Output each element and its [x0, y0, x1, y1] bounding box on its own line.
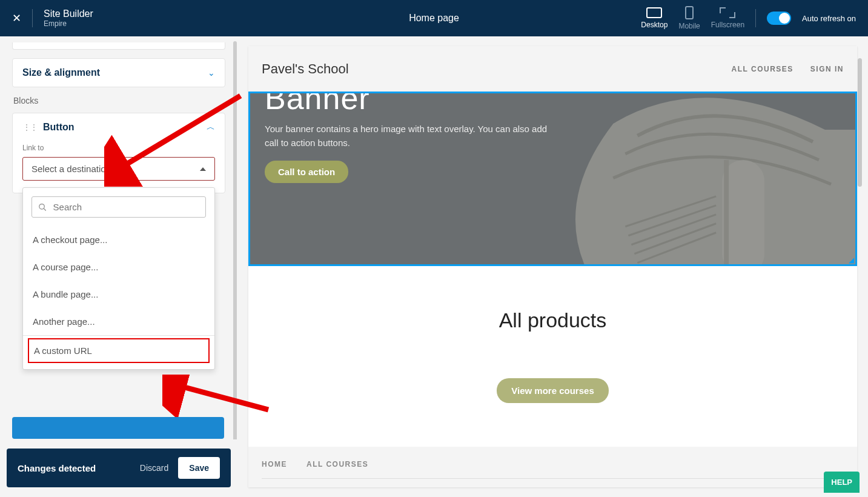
close-icon[interactable]: ✕ [12, 12, 21, 25]
site-footer: HOME ALL COURSES [248, 447, 857, 487]
title-group: Site Builder Empire [44, 8, 93, 28]
chevron-up-icon[interactable]: ︿ [207, 122, 215, 133]
button-block-title: Button [43, 122, 200, 133]
search-input[interactable] [53, 202, 199, 212]
dropdown-option[interactable]: Another page... [23, 308, 214, 335]
resize-handle-icon[interactable]: ◢ [849, 256, 854, 264]
select-placeholder: Select a destination [31, 164, 111, 174]
previous-panel-cutoff [12, 42, 225, 50]
site-header: Pavel's School ALL COURSES SIGN IN [248, 46, 857, 92]
dropdown-option[interactable]: A bundle page... [23, 281, 214, 308]
destination-dropdown: A checkout page... A course page... A bu… [22, 187, 215, 370]
theme-name: Empire [44, 19, 93, 28]
auto-refresh-toggle[interactable] [767, 12, 791, 25]
device-desktop-label: Desktop [641, 21, 668, 29]
caret-up-icon [200, 167, 206, 171]
products-title: All products [260, 309, 845, 332]
blocks-label: Blocks [13, 96, 225, 105]
svg-line-1 [44, 208, 46, 210]
changes-bar: Changes detected Discard Save [7, 449, 231, 487]
hero-description: Your banner contains a hero image with t… [265, 122, 551, 150]
size-alignment-panel[interactable]: Size & alignment ⌄ [12, 58, 225, 87]
site-preview: Pavel's School ALL COURSES SIGN IN [248, 46, 857, 487]
divider [32, 9, 33, 27]
device-mobile-label: Mobile [678, 22, 700, 30]
editor-sidebar: Size & alignment ⌄ Blocks ⋮⋮ Button ︿ Li… [0, 36, 237, 497]
hero-cta-button[interactable]: Call to action [265, 161, 348, 183]
scrollbar[interactable] [233, 41, 237, 453]
divider [755, 9, 756, 27]
device-desktop-button[interactable]: Desktop [641, 7, 668, 29]
size-alignment-title: Size & alignment [22, 67, 100, 78]
device-fullscreen-button[interactable]: Fullscreen [711, 7, 744, 29]
auto-refresh-label: Auto refresh on [802, 14, 856, 23]
app-title: Site Builder [44, 8, 93, 19]
hero-title: Banner [265, 92, 551, 114]
search-input-wrap[interactable] [31, 196, 206, 218]
footer-link-home[interactable]: HOME [262, 460, 287, 469]
view-more-button[interactable]: View more courses [497, 378, 608, 403]
scrollbar[interactable] [858, 58, 862, 187]
page-title[interactable]: Home page [409, 13, 459, 24]
chevron-down-icon: ⌄ [208, 68, 215, 78]
help-button[interactable]: HELP [824, 472, 860, 493]
link-destination-select[interactable]: Select a destination [22, 157, 215, 181]
hero-banner[interactable]: Banner Your banner contains a hero image… [248, 92, 857, 266]
footer-link-all-courses[interactable]: ALL COURSES [306, 460, 368, 469]
site-name[interactable]: Pavel's School [262, 61, 732, 77]
dropdown-option-custom-url[interactable]: A custom URL [28, 338, 210, 363]
changes-text: Changes detected [18, 463, 140, 473]
save-button[interactable]: Save [178, 457, 220, 479]
preview-pane: Pavel's School ALL COURSES SIGN IN [237, 36, 868, 497]
dropdown-option[interactable]: A course page... [23, 253, 214, 281]
svg-point-0 [39, 204, 44, 208]
nav-sign-in[interactable]: SIGN IN [810, 65, 844, 73]
mobile-icon [685, 6, 694, 19]
add-block-button[interactable] [12, 417, 224, 439]
products-section[interactable]: All products View more courses [248, 266, 857, 439]
device-mobile-button[interactable]: Mobile [678, 6, 700, 30]
discard-button[interactable]: Discard [140, 463, 168, 473]
dropdown-option[interactable]: A checkout page... [23, 226, 214, 253]
drag-handle-icon[interactable]: ⋮⋮ [22, 122, 37, 132]
top-bar: ✕ Site Builder Empire Home page Desktop … [0, 0, 868, 36]
fullscreen-icon [720, 7, 735, 18]
link-to-label: Link to [22, 144, 215, 152]
device-fullscreen-label: Fullscreen [711, 21, 744, 29]
nav-all-courses[interactable]: ALL COURSES [732, 65, 793, 73]
search-icon [38, 202, 47, 212]
desktop-icon [646, 7, 662, 18]
button-block-panel: ⋮⋮ Button ︿ Link to Select a destination [12, 113, 225, 193]
